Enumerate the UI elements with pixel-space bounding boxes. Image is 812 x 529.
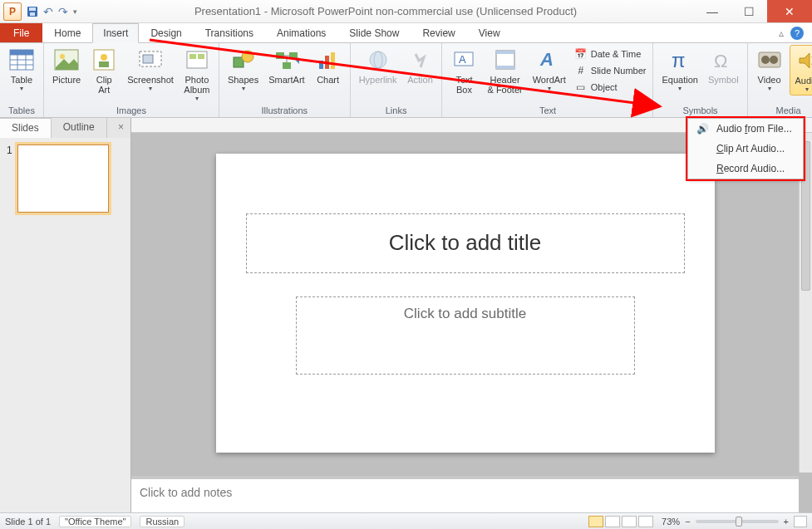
shapes-button[interactable]: Shapes ▾ [224, 45, 262, 94]
slideshow-view-button[interactable] [638, 516, 653, 527]
slide-panel: Slides Outline × 1 [0, 118, 131, 512]
group-label-illustrations: Illustrations [224, 104, 345, 117]
svg-rect-18 [189, 54, 196, 59]
video-label: Video [758, 75, 781, 85]
close-panel-button[interactable]: × [111, 118, 130, 138]
close-button[interactable]: ✕ [767, 0, 812, 22]
object-button[interactable]: ▭Object [573, 80, 648, 95]
zoom-control: 73% − + [662, 516, 807, 527]
window-title: Presentation1 - Microsoft PowerPoint non… [77, 5, 694, 17]
table-label: Table [11, 75, 32, 85]
shapes-label: Shapes [228, 75, 258, 85]
chart-button[interactable]: Chart [312, 45, 345, 86]
slidenumber-label: Slide Number [591, 66, 647, 76]
slidenumber-button[interactable]: #Slide Number [573, 63, 648, 78]
sorter-view-button[interactable] [605, 516, 620, 527]
hyperlink-button: Hyperlink [356, 45, 401, 86]
wordart-button[interactable]: A WordArt ▾ [529, 45, 569, 94]
tab-animations[interactable]: Animations [265, 23, 337, 42]
chevron-down-icon: ▾ [242, 85, 245, 92]
tab-design[interactable]: Design [139, 23, 193, 42]
subtitle-placeholder[interactable]: Click to add subtitle [296, 296, 635, 375]
tab-home[interactable]: Home [42, 23, 92, 42]
equation-label: Equation [662, 75, 697, 85]
audio-label: Audio [795, 76, 813, 86]
table-icon [8, 47, 35, 73]
tab-outline[interactable]: Outline [52, 118, 107, 138]
title-placeholder[interactable]: Click to add title [246, 213, 685, 273]
group-label-media: Media [753, 104, 812, 117]
chevron-down-icon: ▾ [548, 85, 551, 92]
video-button[interactable]: Video ▾ [753, 45, 786, 94]
svg-point-39 [761, 56, 770, 64]
thumbnail-area: 1 [0, 138, 130, 512]
tab-slideshow[interactable]: Slide Show [337, 23, 411, 42]
redo-icon[interactable]: ↷ [58, 5, 68, 18]
tab-view[interactable]: View [467, 23, 512, 42]
group-label-images: Images [49, 104, 214, 117]
zoom-slider[interactable] [696, 520, 779, 523]
vertical-scrollbar[interactable] [799, 133, 812, 473]
clipart-audio-item[interactable]: Clip Art Audio... [688, 139, 803, 159]
undo-icon[interactable]: ↶ [43, 5, 53, 18]
object-icon: ▭ [574, 81, 588, 94]
reading-view-button[interactable] [622, 516, 637, 527]
record-audio-item[interactable]: Record Audio... [688, 159, 803, 179]
smartart-button[interactable]: SmartArt [265, 45, 308, 86]
maximize-button[interactable]: ☐ [731, 0, 767, 22]
tab-transitions[interactable]: Transitions [194, 23, 265, 42]
group-tables: Table ▾ Tables [0, 43, 44, 117]
help-icon[interactable]: ? [790, 27, 804, 40]
tab-file[interactable]: File [0, 23, 42, 42]
slide-thumbnail[interactable]: 1 [7, 144, 124, 213]
speaker-icon: 🔊 [695, 122, 710, 135]
clipart-icon [91, 47, 117, 73]
datetime-button[interactable]: 📅Date & Time [573, 47, 648, 61]
chevron-down-icon: ▾ [678, 85, 682, 92]
zoom-slider-thumb[interactable] [736, 517, 742, 527]
tab-review[interactable]: Review [411, 23, 466, 42]
picture-label: Picture [52, 75, 81, 85]
save-icon[interactable] [27, 6, 38, 17]
photoalbum-button[interactable]: Photo Album ▾ [180, 45, 214, 104]
status-slide-count: Slide 1 of 1 [5, 517, 51, 527]
photoalbum-label: Photo Album [184, 75, 209, 95]
audio-button[interactable]: Audio ▾ [790, 45, 812, 96]
status-language[interactable]: Russian [140, 516, 185, 527]
slide-wrap: Click to add title Click to add subtitle [131, 133, 799, 473]
chevron-down-icon: ▾ [805, 86, 809, 93]
svg-text:A: A [539, 49, 554, 70]
headerfooter-button[interactable]: Header & Footer [484, 45, 525, 96]
minimize-button[interactable]: — [694, 0, 731, 22]
chevron-down-icon: ▾ [20, 85, 23, 92]
clipart-button[interactable]: Clip Art [87, 45, 121, 96]
zoom-out-button[interactable]: − [685, 517, 690, 527]
symbol-icon: Ω [710, 47, 736, 73]
ribbon-help: ▵ ? [779, 23, 812, 42]
slide[interactable]: Click to add title Click to add subtitle [216, 154, 715, 453]
textbox-button[interactable]: A Text Box [447, 45, 480, 96]
notes-pane[interactable]: Click to add notes [131, 476, 799, 512]
quick-access-toolbar: ↶ ↷ ▾ [27, 5, 77, 18]
audio-from-file-item[interactable]: 🔊 Audio from File... [688, 119, 803, 139]
zoom-in-button[interactable]: + [784, 517, 789, 527]
normal-view-button[interactable] [588, 516, 603, 527]
tab-insert[interactable]: Insert [92, 23, 139, 43]
zoom-level[interactable]: 73% [662, 517, 680, 527]
table-button[interactable]: Table ▾ [5, 45, 38, 94]
tab-slides[interactable]: Slides [0, 118, 52, 138]
hyperlink-icon [365, 47, 391, 73]
group-symbols: π Equation ▾ Ω Symbol Symbols [653, 43, 747, 117]
picture-button[interactable]: Picture [49, 45, 84, 86]
minimize-ribbon-icon[interactable]: ▵ [779, 27, 784, 39]
shapes-icon [230, 47, 257, 73]
thumb-preview [17, 144, 109, 213]
equation-button[interactable]: π Equation ▾ [658, 45, 701, 94]
equation-icon: π [667, 47, 693, 73]
group-links: Hyperlink Action Links [351, 43, 443, 117]
fit-to-window-button[interactable] [794, 516, 807, 527]
screenshot-button[interactable]: Screenshot ▾ [124, 45, 177, 94]
status-theme: "Office Theme" [59, 516, 131, 527]
group-label-tables: Tables [5, 104, 38, 117]
photoalbum-icon [184, 47, 210, 73]
